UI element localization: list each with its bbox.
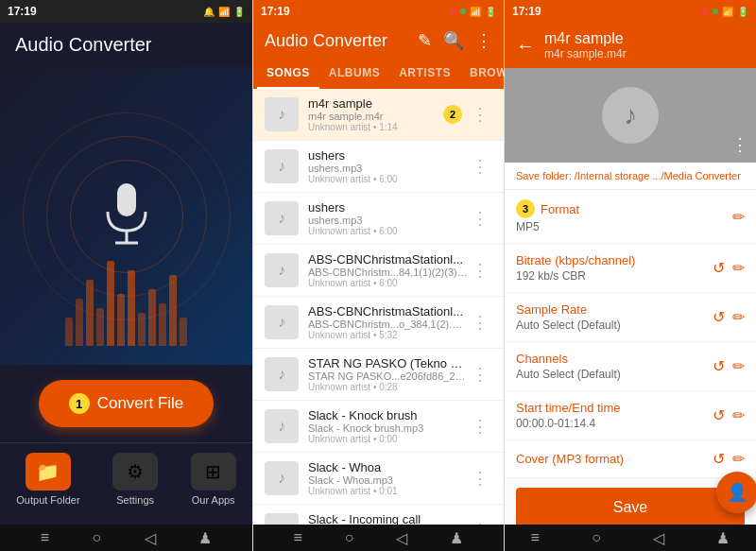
eq-bar — [128, 270, 135, 346]
wifi-icon: 📶 — [470, 7, 481, 17]
list-item[interactable]: ♪ Slack - Whoa Slack - Whoa.mp3 Unknown … — [253, 453, 504, 505]
format-actions: ✏ — [732, 208, 745, 226]
status-icons-p2: 📶 🔋 — [449, 7, 496, 17]
detail-more-btn[interactable]: ⋮ — [731, 134, 748, 155]
panel-home: 17:19 🔔 📶 🔋 Audio Converter — [0, 0, 252, 551]
song-meta: Unknown artist • 0:01 — [308, 486, 468, 496]
save-folder-row: Save folder: /Internal storage .../Media… — [505, 163, 756, 190]
song-more-btn[interactable]: ⋮ — [468, 312, 492, 333]
song-more-btn[interactable]: ⋮ — [468, 104, 492, 125]
tab-songs[interactable]: SONGS — [257, 59, 319, 89]
eq-bar — [107, 261, 114, 346]
nav-settings-label: Settings — [116, 494, 154, 506]
channels-refresh-btn[interactable]: ↺ — [713, 357, 725, 375]
list-item[interactable]: ♪ Slack - Incoming call Slack - Incoming… — [253, 505, 504, 525]
channels-edit-btn[interactable]: ✏ — [732, 357, 745, 375]
status-time-p1: 17:19 — [8, 5, 37, 18]
bitrate-refresh-btn[interactable]: ↺ — [713, 259, 725, 277]
cover-refresh-btn[interactable]: ↺ — [713, 450, 725, 468]
badge-3: 3 — [516, 199, 535, 218]
list-item[interactable]: ♪ ABS-CBNChristmaStationl... ABS-CBNChri… — [253, 245, 504, 297]
edit-icon[interactable]: ✎ — [418, 30, 432, 51]
menu-icon-p2[interactable]: ≡ — [293, 529, 301, 546]
song-meta: Unknown artist • 0:28 — [308, 382, 468, 392]
panel-song-list: 17:19 📶 🔋 Audio Converter ✎ 🔍 ⋮ SONGS AL… — [252, 0, 505, 551]
song-file: STAR NG PASKO...e206fd86_2.mp3 — [308, 370, 468, 382]
nav-our-apps[interactable]: ⊞ Our Apps — [191, 453, 236, 506]
search-icon[interactable]: 🔍 — [443, 30, 464, 51]
our-apps-icon: ⊞ — [191, 453, 236, 491]
song-name: Slack - Incoming call — [308, 512, 468, 525]
bitrate-actions: ↺ ✏ — [713, 259, 745, 277]
song-info: Slack - Incoming call Slack - Incoming c… — [308, 512, 468, 525]
fab-button[interactable]: 👤 — [716, 472, 756, 513]
setting-row-time: Start time/End time 00:00.0-01:14.4 ↺ ✏ — [505, 391, 756, 440]
badge-1: 1 — [69, 393, 90, 414]
tab-artists[interactable]: ARTISTS — [389, 59, 460, 89]
nav-settings[interactable]: ⚙ Settings — [112, 453, 158, 506]
home-icon-p3[interactable]: ○ — [592, 529, 601, 546]
song-more-btn[interactable]: ⋮ — [468, 364, 492, 385]
list-item[interactable]: ♪ ABS-CBNChristmaStationl... ABS-CBNChri… — [253, 297, 504, 349]
bitrate-edit-btn[interactable]: ✏ — [732, 259, 745, 277]
song-more-btn[interactable]: ⋮ — [468, 260, 492, 281]
list-item[interactable]: ♪ ushers ushers.mp3 Unknown artist • 6:0… — [253, 193, 504, 245]
back-icon[interactable]: ◁ — [145, 529, 156, 547]
nav-apps-label: Our Apps — [192, 494, 235, 506]
time-label: Start time/End time — [516, 401, 713, 415]
setting-left: Cover (MP3 format) — [516, 452, 713, 466]
list-item[interactable]: ♪ ushers ushers.mp3 Unknown artist • 6:0… — [253, 141, 504, 193]
person-icon[interactable]: ♟ — [198, 529, 212, 547]
channels-actions: ↺ ✏ — [713, 357, 745, 375]
tabs-bar: SONGS ALBUMS ARTISTS BROWSE — [253, 59, 504, 89]
song-name: ABS-CBNChristmaStationl... — [308, 304, 468, 319]
panel1-bottom: 1 Convert File 📁 Output Folder ⚙ Setting… — [0, 365, 252, 525]
setting-left: 3 Format MP5 — [516, 199, 732, 233]
format-edit-btn[interactable]: ✏ — [732, 208, 745, 226]
nav-output-folder[interactable]: 📁 Output Folder — [16, 453, 79, 506]
back-button[interactable]: ← — [516, 35, 535, 57]
nav-output-label: Output Folder — [16, 494, 79, 506]
song-file: ABS-CBNChristm...o_384,1(2).mp3 — [308, 319, 468, 330]
samplerate-actions: ↺ ✏ — [713, 308, 745, 326]
person-icon-p3[interactable]: ♟ — [716, 529, 730, 547]
samplerate-refresh-btn[interactable]: ↺ — [713, 308, 725, 326]
panel1-background — [0, 67, 252, 365]
save-button[interactable]: Save 4 — [516, 488, 745, 525]
list-item[interactable]: ♪ m4r sample m4r sample.m4r Unknown arti… — [253, 89, 504, 141]
convert-file-button[interactable]: 1 Convert File — [39, 380, 215, 427]
bitrate-label: Bitrate (kbps/channel) — [516, 253, 713, 267]
panel3-header: ← m4r sample m4r sample.m4r — [505, 23, 756, 68]
samplerate-edit-btn[interactable]: ✏ — [732, 308, 745, 326]
person-icon-p2[interactable]: ♟ — [450, 529, 463, 547]
tab-albums[interactable]: ALBUMS — [319, 59, 389, 89]
song-meta: Unknown artist • 1:14 — [308, 122, 443, 132]
more-icon[interactable]: ⋮ — [475, 30, 492, 51]
samplerate-label: Sample Rate — [516, 302, 713, 317]
menu-icon-p3[interactable]: ≡ — [531, 529, 540, 546]
back-icon-p2[interactable]: ◁ — [396, 529, 407, 547]
song-more-btn[interactable]: ⋮ — [468, 468, 492, 489]
home-icon[interactable]: ○ — [93, 529, 102, 546]
time-refresh-btn[interactable]: ↺ — [713, 406, 725, 424]
back-icon-p3[interactable]: ◁ — [653, 529, 664, 547]
song-meta: Unknown artist • 5:32 — [308, 330, 468, 340]
format-value: MP5 — [516, 220, 732, 233]
home-icon-p2[interactable]: ○ — [345, 529, 354, 546]
panel1-header: Audio Converter — [0, 23, 252, 67]
song-file: Slack - Knock brush.mp3 — [308, 422, 468, 434]
save-folder-label: Save folder: — [516, 170, 572, 181]
song-more-btn[interactable]: ⋮ — [468, 416, 492, 437]
list-item[interactable]: ♪ STAR NG PASKO (Tekno Rem... STAR NG PA… — [253, 349, 504, 401]
song-more-btn[interactable]: ⋮ — [468, 208, 492, 229]
cover-edit-btn[interactable]: ✏ — [732, 450, 745, 468]
menu-icon[interactable]: ≡ — [41, 529, 49, 546]
song-icon: ♪ — [265, 461, 299, 495]
song-more-btn[interactable]: ⋮ — [468, 156, 492, 177]
eq-bar — [180, 318, 187, 346]
song-name: ushers — [308, 200, 468, 215]
album-art: ♪ ⋮ — [505, 68, 756, 163]
status-time-p2: 17:19 — [261, 5, 290, 18]
time-edit-btn[interactable]: ✏ — [732, 406, 745, 424]
list-item[interactable]: ♪ Slack - Knock brush Slack - Knock brus… — [253, 401, 504, 453]
